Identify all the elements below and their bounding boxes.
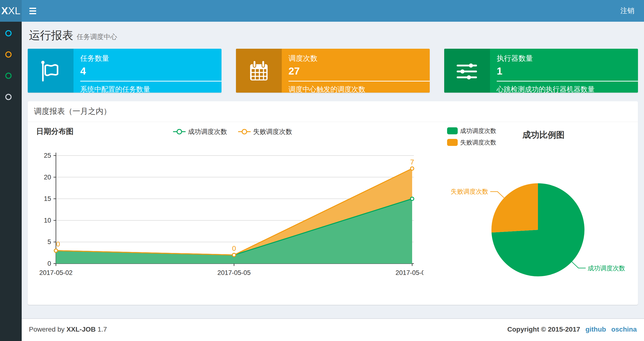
powered-by-text: Powered by (29, 325, 64, 333)
stat-card-jobs: 任务数量 4 系统中配置的任务数量 (28, 49, 222, 93)
success-ratio-chart[interactable]: 成功调度次数失败调度次数 (446, 146, 641, 300)
legend-item-fail[interactable]: 失败调度次数 (447, 138, 496, 146)
pie-label-line (490, 192, 504, 198)
github-link[interactable]: github (586, 325, 606, 333)
legend-label: 成功调度次数 (460, 127, 496, 135)
legend-label: 失败调度次数 (460, 138, 496, 146)
circle-o-icon (5, 73, 12, 79)
legend-label: 成功调度次数 (188, 127, 227, 136)
stat-description: 系统中配置的任务数量 (80, 85, 222, 93)
line-chart-title: 日期分布图 (36, 126, 74, 137)
sidebar-toggle-button[interactable] (22, 0, 44, 22)
copyright-text: Copyright © 2015-2017 (507, 325, 580, 333)
page-title: 运行报表 (29, 29, 73, 42)
point-marker-fail (232, 253, 236, 257)
pie-chart-legend: 成功调度次数 失败调度次数 (447, 127, 496, 146)
stat-cards-row: 任务数量 4 系统中配置的任务数量 (28, 49, 638, 93)
point-marker-fail (410, 167, 414, 170)
point-marker-fail (54, 249, 58, 252)
stat-description: 心跳检测成功的执行器机器数量 (497, 85, 638, 93)
y-axis-label: 25 (44, 152, 51, 159)
point-label: 0 (56, 240, 60, 248)
swatch-icon (447, 127, 458, 134)
x-axis-label: 2017-05-08 (396, 269, 424, 276)
flag-icon (28, 49, 74, 93)
divider (288, 81, 430, 82)
logout-link[interactable]: 注销 (611, 0, 644, 22)
oschina-link[interactable]: oschina (611, 325, 637, 333)
app-logo[interactable]: XXL (0, 0, 22, 22)
line-marker-icon (173, 128, 186, 135)
mini-sidebar (0, 22, 22, 341)
stat-label: 执行器数量 (497, 54, 638, 64)
divider (497, 81, 638, 82)
hamburger-icon (30, 8, 36, 9)
sidebar-menu-item-3[interactable] (0, 65, 22, 86)
point-marker-success (410, 197, 414, 200)
content-wrapper: 运行报表任务调度中心 任务数量 4 系统中配置的任务数量 (22, 22, 644, 318)
sidebar-menu-item-1[interactable] (0, 23, 22, 44)
legend-item-success[interactable]: 成功调度次数 (447, 127, 496, 135)
y-axis-label: 5 (48, 238, 51, 245)
y-axis-label: 10 (44, 217, 51, 224)
stat-card-triggers: 调度次数 27 调度中心触发的调度次数 (236, 49, 430, 93)
line-marker-icon (238, 128, 251, 135)
y-axis-label: 0 (48, 260, 51, 267)
logo-bold-text: X (1, 5, 8, 17)
divider (80, 81, 222, 82)
date-distribution-chart[interactable]: 05101520252017-05-022017-05-052017-05-08… (28, 146, 424, 300)
stat-card-executors: 执行器数量 1 心跳检测成功的执行器机器数量 (444, 49, 638, 93)
schedule-report-panel: 调度报表（一月之内） 日期分布图 成功调度次数 失败调度次数 (28, 101, 638, 305)
stat-value: 4 (80, 65, 222, 77)
stat-label: 调度次数 (288, 54, 430, 64)
stat-value: 1 (497, 65, 638, 77)
legend-label: 失败调度次数 (253, 127, 292, 136)
stat-label: 任务数量 (80, 54, 222, 64)
circle-o-icon (5, 51, 12, 58)
legend-item-success[interactable]: 成功调度次数 (173, 127, 227, 136)
logo-light-text: XL (8, 5, 20, 17)
calendar-icon (236, 49, 282, 93)
main-header: XXL 注销 (0, 0, 644, 22)
page-subtitle: 任务调度中心 (77, 33, 117, 41)
circle-o-icon (5, 94, 12, 100)
legend-item-fail[interactable]: 失败调度次数 (238, 127, 292, 136)
pie-label-line (572, 262, 586, 268)
y-axis-label: 15 (44, 195, 51, 202)
swatch-icon (447, 139, 458, 146)
point-label: 0 (232, 244, 236, 252)
stat-description: 调度中心触发的调度次数 (288, 85, 430, 93)
panel-body: 日期分布图 成功调度次数 失败调度次数 051015 (28, 122, 638, 305)
line-chart-legend: 成功调度次数 失败调度次数 (129, 127, 336, 136)
y-axis-label: 20 (44, 174, 51, 181)
pie-chart-title: 成功比例图 (504, 129, 583, 141)
pie-slice-1 (492, 183, 538, 232)
content-header: 运行报表任务调度中心 (22, 22, 644, 43)
pie-slice-label: 失败调度次数 (451, 188, 488, 195)
main-footer: Copyright © 2015-2017 github oschina Pow… (22, 318, 644, 341)
sidebar-menu-item-4[interactable] (0, 86, 22, 108)
point-label: 7 (410, 158, 414, 166)
stat-value: 27 (288, 65, 430, 77)
pie-slice-label: 成功调度次数 (588, 264, 625, 272)
sliders-icon (444, 49, 490, 93)
x-axis-label: 2017-05-02 (39, 269, 72, 276)
version-text: 1.7 (98, 325, 107, 333)
sidebar-menu-item-2[interactable] (0, 44, 22, 65)
top-navbar: 注销 (22, 0, 644, 22)
circle-o-icon (5, 30, 12, 37)
brand-text: XXL-JOB (66, 325, 96, 333)
x-axis-label: 2017-05-05 (218, 269, 251, 276)
panel-title: 调度报表（一月之内） (28, 101, 638, 122)
